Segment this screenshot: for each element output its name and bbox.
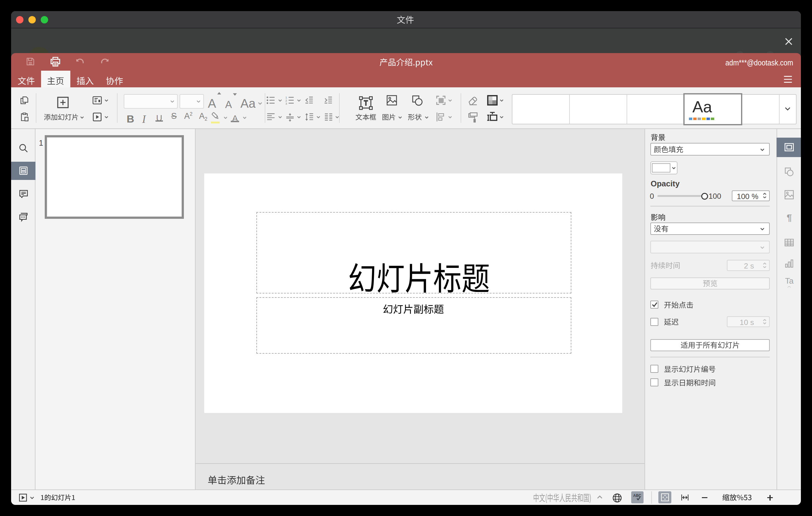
- svg-text:3: 3: [285, 102, 287, 105]
